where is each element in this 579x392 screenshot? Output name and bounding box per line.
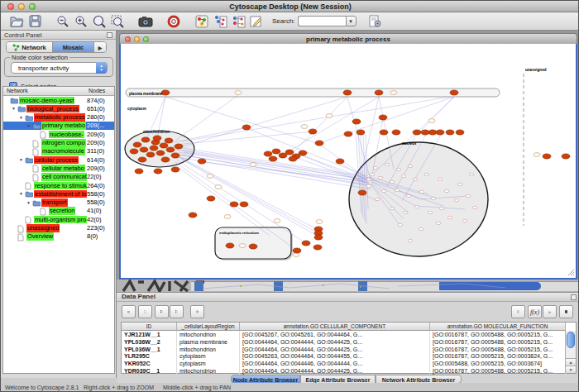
tree-row-count: 209(... (87, 122, 104, 130)
attribute-table[interactable]: ID_cellularLayoutRegionannotation.GO CEL… (121, 322, 577, 374)
tree-row[interactable]: ▼biological_process651(0) (3, 104, 114, 112)
data-panel-title: Data Panel (122, 293, 156, 300)
table-cell[interactable]: YJR121W__1 (122, 331, 177, 338)
tree-row[interactable]: macromolecule311(0) (3, 147, 114, 155)
tree-row[interactable]: Overview8(0) (3, 232, 114, 241)
gene-node-selected (171, 167, 179, 172)
window-titlebar[interactable]: Cytoscape Desktop (New Session) (1, 1, 579, 12)
tree-row[interactable]: unassigned223(0) (3, 224, 114, 232)
table-cell[interactable]: YDR039C__1 (122, 367, 177, 375)
tree-row-count: 41(0) (87, 207, 102, 215)
search-input[interactable] (298, 16, 346, 26)
tree-row[interactable]: mosaic-demo-yeast874(0) (3, 96, 114, 104)
help-lifering-icon[interactable] (165, 14, 182, 29)
import-attributes-icon[interactable] (543, 305, 557, 318)
expand-arrow-icon[interactable]: ▼ (26, 123, 31, 128)
table-cell[interactable]: YPL036W__2 (122, 338, 177, 346)
tree-row[interactable]: multi-organism pro42(0) (3, 215, 114, 223)
zoom-selected-icon[interactable] (109, 14, 126, 29)
unselect-attributes-icon[interactable] (170, 305, 184, 318)
search-dropdown-button[interactable]: ▾ (346, 16, 356, 26)
table-cell[interactable]: [GO:0005488, GO:0005215, GO:0003674] (430, 360, 566, 367)
table-cell[interactable]: [GO:0016787, GO:0005488, GO:0005215, G..… (430, 367, 566, 375)
table-cell[interactable]: [GO:0045263, GO:0044464, GO:0044455, G..… (240, 352, 430, 360)
tree-row[interactable]: nucleobase-209(0) (3, 130, 114, 138)
network-edge (184, 97, 347, 146)
tree-row[interactable]: cell communicat22(0) (3, 173, 114, 181)
search-options-icon[interactable] (367, 14, 384, 29)
layout-distribute-icon[interactable] (230, 14, 246, 29)
table-column-header[interactable]: ID (122, 323, 177, 331)
tree-row[interactable]: ▼transport558(0) (3, 198, 114, 207)
tree-row[interactable]: secretion41(0) (3, 207, 114, 215)
annotation-icon[interactable] (248, 14, 265, 29)
table-cell[interactable]: cytoplasm (177, 360, 240, 367)
tree-row[interactable]: ▼primary metabo209(... (3, 122, 114, 130)
zoom-out-icon[interactable] (55, 14, 71, 29)
tree-row-count: 280(0) (87, 113, 105, 122)
tab-network[interactable]: Network (7, 42, 53, 52)
table-cell[interactable]: mitochondrion (177, 367, 240, 375)
attribute-table-icon[interactable] (122, 305, 136, 318)
table-cell[interactable]: [GO:0016787, GO:0005488, GO:0005215, G..… (430, 346, 566, 353)
plasma-membrane-label: plasma membrane (129, 92, 163, 96)
table-vertical-scrollbar[interactable]: ▲▼ (565, 331, 576, 373)
more-tabs-button[interactable]: ▶ (94, 42, 106, 52)
expand-arrow-icon[interactable]: ▼ (26, 200, 31, 205)
scroll-up-icon[interactable]: ▲ (566, 358, 576, 366)
zoom-in-icon[interactable] (73, 14, 89, 29)
notes-icon[interactable] (511, 305, 525, 318)
tree-row-label: cellular metabo (41, 165, 85, 173)
snapshot-camera-icon[interactable] (137, 14, 154, 29)
vizmapper-icon[interactable] (194, 14, 210, 29)
expand-arrow-icon[interactable]: ▼ (19, 191, 23, 196)
table-cell[interactable]: [GO:0044464, GO:0044446, GO:0044444, G..… (240, 360, 430, 367)
tab-mosaic[interactable]: Mosaic (53, 42, 94, 52)
table-cell[interactable]: plasma membrane (177, 338, 240, 346)
select-attributes-icon[interactable] (155, 305, 169, 318)
table-cell[interactable]: [GO:0045267, GO:0045261, GO:0044464, G..… (240, 331, 430, 338)
table-column-header[interactable]: annotation.GO MOLECULAR_FUNCTION (430, 323, 566, 331)
table-cell[interactable]: YPL036W__1 (122, 346, 177, 353)
table-cell[interactable]: YLR295C (122, 352, 177, 360)
delete-attribute-icon[interactable] (190, 305, 204, 318)
table-cell[interactable]: [GO:0016787, GO:0005488, GO:0005215, G..… (430, 338, 566, 346)
table-cell[interactable]: mitochondrion (177, 331, 240, 338)
tree-row[interactable]: ▼metabolic process280(0) (3, 113, 114, 122)
gene-node-selected (171, 153, 179, 158)
node-color-combobox[interactable]: transporter activity ▴▾ (11, 62, 108, 74)
network-window-titlebar[interactable]: primary metabolic process (119, 33, 577, 44)
table-cell[interactable]: [GO:0016787, GO:0005215, GO:0003824, G..… (430, 352, 566, 360)
table-cell[interactable]: YKR052C (122, 360, 177, 367)
float-panel-icon[interactable] (107, 32, 112, 38)
save-button[interactable] (26, 14, 43, 29)
table-cell[interactable]: cytoplasm (177, 352, 240, 360)
formula-builder-icon[interactable]: f(x) (528, 305, 542, 318)
table-cell[interactable]: [GO:0016787, GO:0005488, GO:0005215, G..… (430, 331, 566, 338)
table-column-header[interactable]: _cellularLayoutRegion (177, 323, 240, 331)
expand-arrow-icon[interactable]: ▼ (12, 106, 16, 111)
new-attribute-icon[interactable] (138, 305, 152, 318)
table-column-header[interactable]: annotation.GO CELLULAR_COMPONENT (240, 323, 430, 331)
table-cell[interactable]: [GO:0044464, GO:0044444, GO:0044425, G..… (240, 338, 430, 346)
tree-row[interactable]: nitrogen compo209(0) (3, 139, 114, 147)
tree-row[interactable]: ▼establishment of lo558(0) (3, 189, 114, 198)
open-file-button[interactable] (8, 14, 25, 29)
layout-align-icon[interactable] (212, 14, 228, 29)
table-cell[interactable]: [GO:0044464, GO:0044444, GO:0044425, G..… (240, 367, 430, 375)
network-canvas[interactable]: plasma membranecytoplasmmitochondrionnuc… (121, 44, 576, 276)
scrollbar-thumb[interactable] (567, 332, 575, 348)
expand-arrow-icon[interactable]: ▼ (19, 157, 23, 162)
network-tree-header[interactable]: Network Nodes (3, 87, 114, 96)
table-cell[interactable]: mitochondrion (177, 346, 240, 353)
control-panel-title: Control Panel (4, 31, 41, 39)
zoom-fit-icon[interactable] (91, 14, 108, 29)
table-cell[interactable]: [GO:0044464, GO:0044444, GO:0044425, G..… (240, 346, 430, 353)
tree-row[interactable]: cellular metabo209(0) (3, 164, 114, 172)
scroll-down-icon[interactable]: ▼ (566, 366, 576, 373)
attribute-matrix-icon[interactable] (559, 305, 573, 318)
float-data-panel-icon[interactable] (571, 294, 577, 300)
tree-row[interactable]: response to stimulu264(0) (3, 181, 114, 189)
tree-row[interactable]: ▼cellular process614(0) (3, 155, 114, 164)
expand-arrow-icon[interactable]: ▼ (19, 115, 23, 120)
